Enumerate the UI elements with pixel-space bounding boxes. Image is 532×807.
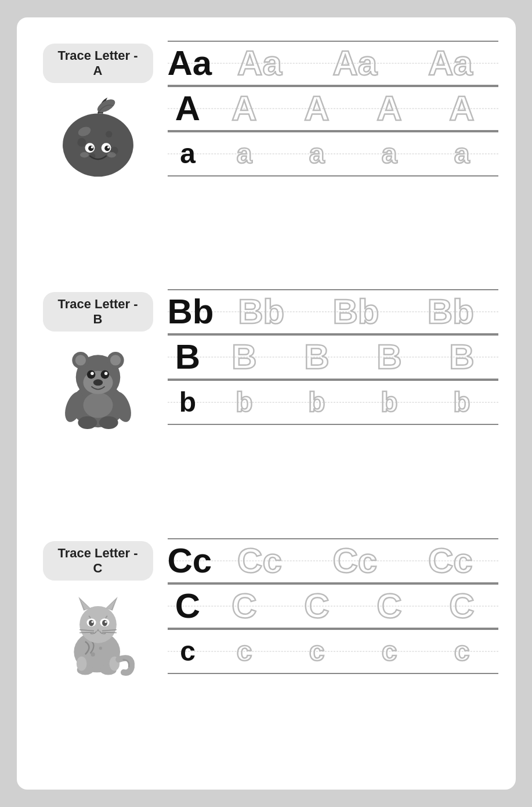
svg-point-10	[104, 145, 110, 150]
solid-B: B	[168, 340, 208, 374]
svg-line-46	[79, 632, 94, 633]
row-c-combined: Cc Cc Cc Cc	[168, 538, 498, 583]
divider-bc	[34, 524, 498, 532]
dashed-c-2: c	[309, 637, 325, 665]
dashed-B-2: B	[304, 340, 329, 374]
svg-point-9	[88, 145, 93, 150]
right-panel-a: Aa Aa Aa Aa A A A A A	[162, 41, 498, 176]
apple-illustration	[52, 89, 144, 182]
dashed-c-group: c c c c	[208, 637, 498, 665]
dashed-A-1: A	[231, 91, 256, 126]
left-panel-c: Trace Letter - C	[34, 538, 162, 679]
dashed-c-4: c	[454, 637, 470, 665]
dashed-b-2: b	[308, 388, 325, 416]
svg-point-25	[104, 372, 107, 374]
solid-C: C	[168, 589, 208, 624]
dashed-c-3: c	[382, 637, 397, 665]
dashed-a-3: a	[382, 140, 397, 168]
svg-point-53	[76, 657, 86, 671]
dashed-B-group: B B B B	[208, 340, 498, 374]
solid-Cc: Cc	[168, 543, 212, 578]
left-panel-b: Trace Letter - B	[34, 289, 162, 430]
rows-a: Aa Aa Aa Aa A A A A A	[168, 41, 498, 176]
dashed-Bb-2: Bb	[332, 294, 379, 329]
dashed-a-2: a	[309, 140, 325, 168]
svg-line-48	[102, 632, 117, 633]
dashed-Bb-group: Bb Bb Bb	[213, 294, 498, 329]
svg-point-30	[99, 416, 118, 429]
svg-point-13	[80, 152, 89, 157]
svg-point-12	[107, 146, 109, 148]
dashed-B-3: B	[377, 340, 401, 374]
svg-point-20	[110, 355, 120, 365]
row-a-upper: A A A A A	[168, 86, 498, 131]
dashed-Aa-2: Aa	[332, 46, 377, 81]
dashed-Bb-3: Bb	[428, 294, 474, 329]
solid-Aa: Aa	[168, 46, 212, 81]
svg-point-49	[91, 653, 95, 657]
svg-point-18	[75, 355, 85, 365]
svg-point-14	[107, 152, 115, 157]
worksheet: Trace Letter - A	[17, 17, 516, 790]
dashed-A-group: A A A A	[208, 91, 498, 126]
rows-c: Cc Cc Cc Cc C C C C C	[168, 538, 498, 674]
dashed-B-4: B	[449, 340, 474, 374]
svg-point-24	[91, 372, 93, 374]
svg-point-2	[106, 131, 112, 137]
row-a-lower: a a a a a	[168, 131, 498, 176]
svg-point-50	[99, 647, 102, 650]
solid-b: b	[168, 388, 208, 416]
solid-Bb: Bb	[168, 294, 214, 329]
svg-point-40	[89, 620, 94, 626]
right-panel-c: Cc Cc Cc Cc C C C C C	[162, 538, 498, 674]
row-c-lower: c c c c c	[168, 629, 498, 674]
dashed-a-1: a	[237, 140, 252, 168]
rows-b: Bb Bb Bb Bb B B B B B	[168, 289, 498, 425]
dashed-c-1: c	[237, 637, 252, 665]
dashed-B-1: B	[231, 340, 256, 374]
row-b-upper: B B B B B	[168, 334, 498, 380]
dashed-b-group: b b b b	[208, 388, 498, 416]
dashed-A-3: A	[377, 91, 401, 126]
dashed-a-4: a	[454, 140, 470, 168]
dashed-Aa-3: Aa	[428, 46, 473, 81]
dashed-a-group: a a a a	[208, 140, 498, 168]
dashed-Cc-3: Cc	[428, 543, 473, 578]
dashed-C-4: C	[449, 589, 474, 624]
svg-point-1	[77, 138, 86, 146]
row-b-lower: b b b b b	[168, 380, 498, 425]
svg-point-11	[91, 146, 93, 148]
dashed-C-1: C	[231, 589, 256, 624]
dashed-Cc-1: Cc	[237, 543, 282, 578]
section-b: Trace Letter - B	[34, 283, 498, 523]
solid-A: A	[168, 91, 208, 126]
solid-c: c	[168, 637, 208, 665]
svg-point-33	[79, 606, 117, 643]
section-c: Trace Letter - C	[34, 532, 498, 772]
dashed-b-4: b	[453, 388, 470, 416]
trace-label-c: Trace Letter - C	[43, 541, 153, 581]
svg-point-41	[102, 620, 107, 626]
svg-point-26	[93, 379, 102, 386]
svg-point-29	[78, 416, 97, 429]
dashed-C-group: C C C C	[208, 589, 498, 624]
svg-point-43	[104, 621, 107, 624]
solid-a: a	[168, 140, 208, 168]
row-c-upper: C C C C C	[168, 583, 498, 629]
svg-point-42	[91, 621, 93, 624]
right-panel-b: Bb Bb Bb Bb B B B B B	[162, 289, 498, 425]
dashed-A-4: A	[449, 91, 474, 126]
dashed-Cc-2: Cc	[332, 543, 377, 578]
bear-illustration	[52, 337, 144, 430]
dashed-Aa-1: Aa	[237, 46, 282, 81]
dashed-Cc-group: Cc Cc Cc	[212, 543, 498, 578]
cat-illustration	[52, 586, 144, 679]
svg-point-31	[83, 392, 113, 418]
trace-label-b: Trace Letter - B	[43, 292, 153, 332]
dashed-b-1: b	[236, 388, 252, 416]
divider-ab	[34, 275, 498, 283]
dashed-Bb-1: Bb	[238, 294, 284, 329]
row-b-combined: Bb Bb Bb Bb	[168, 289, 498, 334]
dashed-Aa-group: Aa Aa Aa	[212, 46, 498, 81]
section-a: Trace Letter - A	[34, 35, 498, 275]
